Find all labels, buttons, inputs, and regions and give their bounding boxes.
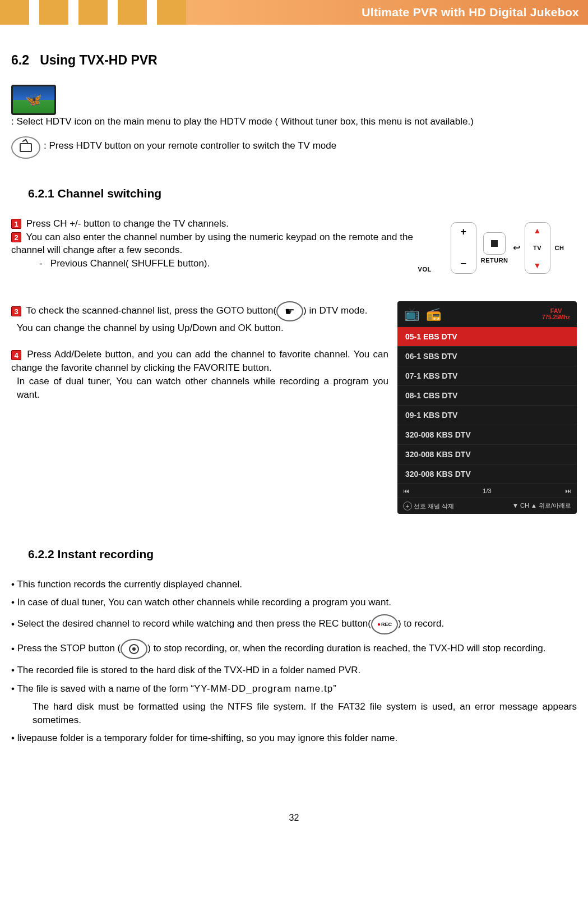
remote-stop-button bbox=[483, 232, 506, 255]
section-number: 6.2 bbox=[11, 53, 29, 67]
header-tab-decoration bbox=[0, 0, 29, 25]
step-2: 2 You can also enter the channel number … bbox=[11, 231, 413, 257]
channel-list-fav-label: FAV bbox=[542, 307, 570, 314]
remote-ch-down-icon: ▼ bbox=[534, 261, 541, 270]
channel-list-tv-icon: 📺 bbox=[404, 307, 419, 321]
bullet-5: The recorded file is stored to the hard … bbox=[11, 664, 577, 678]
channel-list-footer-right: ▼ CH ▲ 위로/아래로 bbox=[512, 502, 571, 510]
step-4-line2: In case of dual tuner, You can watch oth… bbox=[17, 375, 388, 402]
section-heading: 6.2 Using TVX-HD PVR bbox=[11, 53, 577, 68]
bullet-7-text: livepause folder is a temporary folder f… bbox=[17, 733, 397, 743]
step-4-text-a: Press Add/Delete button, and you can add… bbox=[11, 349, 388, 373]
bullet-6-text-b: ” bbox=[333, 683, 336, 694]
remote-return-icon: ↩ bbox=[513, 242, 520, 253]
step-3: 3 To check the scanned-channel list, pre… bbox=[11, 301, 388, 321]
bullet-6-text-a: The file is saved with a name of the for… bbox=[17, 683, 194, 694]
channel-list-pager: ⏮ 1/3 ⏭ bbox=[397, 484, 577, 498]
channel-list-fav-badge: FAV 775.25Mhz bbox=[542, 307, 570, 320]
channel-list-item: 320-008 KBS DTV bbox=[397, 425, 577, 445]
remote-vol-down-icon: − bbox=[460, 258, 466, 270]
page-header: Ultimate PVR with HD Digital Jukebox bbox=[0, 0, 588, 25]
step-3-text-c: You can change the channel by using Up/D… bbox=[17, 323, 284, 333]
subsection-621-heading: 6.2.1 Channel switching bbox=[28, 187, 577, 200]
channel-list-screenshot: 📺 📻 FAV 775.25Mhz 05-1 EBS DTV 06-1 SBS … bbox=[397, 301, 577, 514]
bullet-5-text: The recorded file is stored to the hard … bbox=[17, 665, 360, 675]
channel-list-item: 06-1 SBS DTV bbox=[397, 347, 577, 366]
channel-list-item: 07-1 KBS DTV bbox=[397, 366, 577, 386]
step-badge-3: 3 bbox=[11, 306, 21, 316]
intro-text-1: : Select HDTV icon on the main menu to p… bbox=[11, 116, 474, 127]
step-3-line2: You can change the channel by using Up/D… bbox=[17, 321, 388, 335]
remote-ch-up-icon: ▲ bbox=[534, 226, 541, 235]
remote-channel-rocker: ▲ TV ▼ bbox=[525, 222, 550, 274]
section-title: Using TVX-HD PVR bbox=[40, 53, 158, 67]
header-title: Ultimate PVR with HD Digital Jukebox bbox=[362, 6, 579, 19]
remote-ch-label: CH bbox=[555, 245, 564, 251]
bullet-6-filename: YY-MM-DD_program name.tp bbox=[194, 683, 333, 694]
bullet-3: Select the desired channel to record whi… bbox=[11, 614, 577, 634]
header-tab-decoration bbox=[78, 0, 108, 25]
bullet-2: In case of dual tuner, You can watch oth… bbox=[11, 596, 577, 610]
page-number: 32 bbox=[11, 813, 577, 834]
header-tab-decoration bbox=[118, 0, 147, 25]
bullet-6-note: The hard disk must be formatted using th… bbox=[33, 700, 577, 727]
stop-button-icon bbox=[121, 639, 147, 659]
header-bar: Ultimate PVR with HD Digital Jukebox bbox=[186, 0, 588, 25]
hdtv-remote-button-icon bbox=[11, 136, 40, 159]
step-3-text-b: ) in DTV mode. bbox=[303, 305, 367, 316]
intro-paragraph-1: : Select HDTV icon on the main menu to p… bbox=[11, 85, 577, 128]
step-badge-4: 4 bbox=[11, 350, 21, 360]
bullet-3-text-a: Select the desired channel to record whi… bbox=[17, 619, 371, 629]
remote-vol-up-icon: + bbox=[460, 226, 466, 238]
header-tab-decoration bbox=[39, 0, 68, 25]
channel-list-page: 1/3 bbox=[483, 487, 491, 494]
channel-list-footer: + 선호 채널 삭제 ▼ CH ▲ 위로/아래로 bbox=[397, 498, 577, 514]
step-badge-2: 2 bbox=[11, 232, 21, 242]
channel-list-fav-freq: 775.25Mhz bbox=[542, 314, 570, 320]
channel-list-item: 05-1 EBS DTV bbox=[397, 327, 577, 347]
channel-list-item: 08-1 CBS DTV bbox=[397, 386, 577, 406]
bullet-3-text-b: ) to record. bbox=[398, 619, 444, 629]
channel-list-radio-icon: 📻 bbox=[426, 307, 441, 321]
header-tab-decoration bbox=[157, 0, 186, 25]
bullet-4-text-b: ) to stop recording, or, when the record… bbox=[147, 643, 545, 654]
step-badge-1: 1 bbox=[11, 219, 21, 229]
rec-button-icon: REC bbox=[371, 614, 398, 634]
pager-prev-icon: ⏮ bbox=[403, 487, 409, 494]
bullet-4: Press the STOP button () to stop recordi… bbox=[11, 639, 577, 659]
remote-control-image: VOL + − RETURN ↩ ▲ TV ▼ CH bbox=[420, 217, 577, 279]
remote-volume-rocker: + − bbox=[451, 222, 476, 274]
channel-list-item: 09-1 KBS DTV bbox=[397, 406, 577, 425]
step-1: 1 Press CH +/- button to change the TV c… bbox=[11, 217, 413, 231]
channel-list-header: 📺 📻 FAV 775.25Mhz bbox=[397, 301, 577, 327]
remote-vol-label: VOL bbox=[418, 266, 432, 273]
subsection-622-heading: 6.2.2 Instant recording bbox=[28, 548, 577, 561]
hdtv-menu-icon bbox=[11, 85, 56, 115]
bullet-1: This function records the currently disp… bbox=[11, 578, 577, 592]
step-3-text-a: To check the scanned-channel list, press… bbox=[26, 305, 276, 316]
bullet-2-text: In case of dual tuner, You can watch oth… bbox=[17, 597, 391, 608]
step-2-sub: - Previous Channel( SHUFFLE button). bbox=[39, 257, 413, 270]
intro-paragraph-2: : Press HDTV button on your remote contr… bbox=[11, 133, 577, 159]
bullet-4-text-a: Press the STOP button ( bbox=[17, 643, 121, 654]
channel-list-item: 320-008 KBS DTV bbox=[397, 445, 577, 464]
step-4: 4 Press Add/Delete button, and you can a… bbox=[11, 348, 388, 375]
intro-text-2: : Press HDTV button on your remote contr… bbox=[44, 139, 336, 153]
channel-list-item: 320-008 KBS DTV bbox=[397, 464, 577, 484]
channel-list-footer-left: 선호 채널 삭제 bbox=[414, 503, 454, 509]
step-2-text: You can also enter the channel number by… bbox=[11, 232, 413, 256]
header-color-tabs bbox=[0, 0, 186, 25]
goto-button-icon bbox=[276, 301, 303, 321]
step-2-sub-text: Previous Channel( SHUFFLE button). bbox=[50, 258, 210, 269]
bullet-7: livepause folder is a temporary folder f… bbox=[11, 732, 577, 746]
step-1-text: Press CH +/- button to change the TV cha… bbox=[26, 218, 229, 229]
pager-next-icon: ⏭ bbox=[565, 487, 571, 494]
remote-tv-label: TV bbox=[533, 245, 541, 251]
remote-return-label: RETURN bbox=[481, 257, 508, 264]
channel-list-add-icon: + bbox=[403, 502, 412, 510]
bullet-1-text: This function records the currently disp… bbox=[17, 579, 242, 590]
step-4-text-b: In case of dual tuner, You can watch oth… bbox=[17, 376, 388, 400]
bullet-6: The file is saved with a name of the for… bbox=[11, 682, 577, 696]
